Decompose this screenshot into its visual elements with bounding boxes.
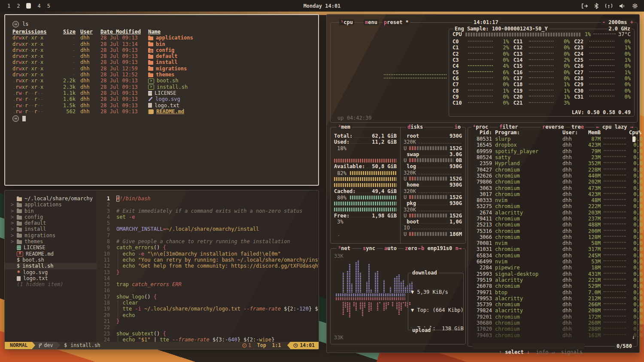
io-toggle[interactable]: io: [453, 124, 462, 130]
editor-window[interactable]: ~/.local/share/omarchy >applications>bin…: [4, 190, 319, 350]
volume-icon[interactable]: [619, 3, 626, 9]
process-row-79519[interactable]: 79519alacrittydhh221M0.0: [468, 277, 632, 283]
core-usage-graph: [468, 71, 493, 72]
info-button[interactable]: info: [536, 349, 549, 355]
settings-icon[interactable]: [632, 3, 638, 9]
tree-item-themes[interactable]: >themes: [5, 238, 97, 244]
proc-sort-selector[interactable]: ← cpu lazy →: [595, 124, 635, 130]
process-row-79411[interactable]: 79411chromiumdhh237M0.0: [468, 216, 632, 222]
disks-panel-title[interactable]: disks: [406, 124, 424, 130]
proc-tree-button[interactable]: tree: [570, 124, 585, 130]
process-row-17020[interactable]: 17020chromiumdhh288M0.0: [468, 326, 632, 332]
menu-button[interactable]: menu: [364, 19, 379, 25]
update-interval[interactable]: - 2000ms +: [601, 19, 635, 25]
tree-item-LICENSE[interactable]: LICENSE: [5, 244, 97, 250]
process-row-26078[interactable]: 26078chromiumdhh529M0.0: [468, 283, 632, 289]
tree-item-config[interactable]: >config: [5, 214, 97, 220]
process-row-3017[interactable]: 3017chromiumdhh423M0.0: [468, 191, 632, 197]
select-button[interactable]: select: [505, 349, 523, 355]
network-icon[interactable]: [605, 3, 613, 9]
process-row-25993[interactable]: 25993signal-desktopdhh431M0.0: [468, 271, 632, 277]
process-row-66499[interactable]: 66499nvimdhh53M0.0: [468, 259, 632, 265]
tree-item-migrations[interactable]: >migrations: [5, 232, 97, 238]
core-usage-pct: 1%: [556, 88, 570, 94]
book-icon: [148, 109, 154, 114]
tree-item-logo.txt[interactable]: logo.txt: [5, 275, 97, 281]
process-row-80531[interactable]: 80531slurpdhh87M0.0: [468, 136, 632, 142]
tree-item-logo.svg[interactable]: *logo.svg: [5, 269, 97, 275]
vim-mode-indicator: NORMAL: [5, 342, 32, 349]
process-row-16545[interactable]: 16545dropboxdhh423M0.0: [468, 142, 632, 148]
process-row-2284[interactable]: 2284pipewiredhh18M0.0: [468, 265, 632, 271]
tree-item-install.sh[interactable]: $install.sh: [5, 263, 97, 269]
proc-reverse-button[interactable]: reverse: [541, 124, 565, 130]
process-row-79806[interactable]: 79806chromiumdhh202M0.0: [468, 179, 632, 185]
logout-icon[interactable]: [581, 3, 588, 9]
process-mem-graph: [604, 316, 626, 317]
terminal-window[interactable]: → ls Permissions Size User Date Modified…: [4, 14, 319, 186]
code-editor[interactable]: 1#!/bin/bash23# Exit immediately if a co…: [97, 190, 319, 342]
tree-item-bin[interactable]: >bin: [5, 208, 97, 214]
process-row-79953[interactable]: 79953alacrittydhh212M0.0: [468, 296, 632, 302]
process-row-3066[interactable]: 3066chromiumdhh128M0.0: [468, 234, 632, 240]
workspace-1[interactable]: 1: [7, 3, 10, 9]
workspace-2[interactable]: 2: [17, 3, 20, 9]
net-sync-button[interactable]: sync: [361, 245, 377, 251]
mem-panel-title[interactable]: ²mem: [337, 124, 352, 130]
net-auto-button[interactable]: auto: [383, 245, 398, 251]
net-interface-selector[interactable]: ←b enp191s0 n→: [417, 245, 463, 251]
process-row-2359[interactable]: 2359Hyprlanddhh352M0.0: [468, 160, 632, 166]
process-row-79971[interactable]: 79971btopdhh7.0M0.0: [468, 289, 632, 295]
btop-window[interactable]: ¹cpu menu preset * 14:01:17 - 2000ms + u…: [326, 14, 640, 353]
process-row-31031[interactable]: 31031chromiumdhh317M0.0: [468, 246, 632, 252]
terminal-cursor: [22, 116, 26, 121]
tree-item-default[interactable]: >default: [5, 220, 97, 226]
process-row-70081[interactable]: 70081nvimdhh58M0.0: [468, 240, 632, 246]
process-row-30680[interactable]: 30680chromiumdhh260M0.0: [468, 320, 632, 326]
process-row-79201[interactable]: 79201chromiumdhh172M0.0: [468, 314, 632, 320]
process-row-79403[interactable]: 79403chromiumdhh161M0.0: [468, 332, 632, 338]
process-row-75316[interactable]: 75316chromiumdhh200M0.0: [468, 228, 632, 234]
cpu-temp: 37°C: [618, 31, 631, 37]
core-usage-graph: [589, 77, 614, 78]
process-row-69959[interactable]: 69959spotify_playerdhh79M0.0: [468, 148, 632, 154]
process-row-80333[interactable]: 80333nvimdhh48M0.0: [468, 197, 632, 203]
tree-item-README.md[interactable]: README.md: [5, 251, 97, 257]
tree-item-install[interactable]: >install: [5, 226, 97, 232]
tree-item-applications[interactable]: >applications: [5, 202, 97, 208]
signals-button[interactable]: signals: [561, 349, 583, 355]
bluetooth-icon[interactable]: [594, 3, 598, 9]
proc-filter-button[interactable]: filter: [498, 124, 519, 130]
process-row-25213[interactable]: 25213chromiumdhh488M0.0: [468, 222, 632, 228]
tree-root[interactable]: ~/.local/share/omarchy: [5, 196, 97, 202]
proc-scrollbar[interactable]: [632, 136, 635, 142]
workspace-5[interactable]: 5: [47, 3, 50, 9]
file-row-LICENSE: .rw-r--r--1.1kdhh28 Jul 09:13LICENSE: [12, 90, 318, 96]
cpu-total-label: CPU: [453, 31, 462, 37]
workspace-4[interactable]: 4: [37, 3, 40, 9]
tree-item-boot.sh[interactable]: $boot.sh: [5, 257, 97, 263]
scroll-down-icon[interactable]: ↓: [632, 334, 635, 340]
process-row-3063[interactable]: 3063chromiumdhh473M0.0: [468, 185, 632, 191]
process-row-32626[interactable]: 32626chromiumdhh440M0.0: [468, 173, 632, 179]
cpu-panel-title[interactable]: ¹cpu: [339, 19, 354, 25]
up-bar: [368, 302, 370, 312]
process-row-53275[interactable]: 53275chromiumdhh222M0.0: [468, 203, 632, 209]
system-tray: [581, 3, 644, 9]
process-row-70427[interactable]: 70427chromiumdhh228M0.0: [468, 166, 632, 172]
process-row-2674[interactable]: 2674alacrittydhh203M0.0: [468, 210, 632, 216]
proc-sort-col[interactable]: Cpu% ↑: [629, 130, 643, 136]
tree-item-label: migrations: [24, 232, 55, 238]
process-row-80524[interactable]: 80524sattydhh23M0.0: [468, 154, 632, 160]
process-row-65834[interactable]: 65834chromiumdhh245M0.0: [468, 253, 632, 259]
file-row-install: drwxr-xr-x-dhh28 Jul 09:13install: [12, 59, 318, 65]
proc-panel-title[interactable]: ⁴proc: [471, 124, 489, 130]
workspace-3[interactable]: [26, 3, 31, 9]
preset-button[interactable]: preset *: [383, 19, 410, 25]
process-row-79824[interactable]: 79824alacrittydhh208M0.0: [468, 308, 632, 314]
disk-io-home: 320K: [404, 188, 462, 194]
file-name: install: [156, 59, 178, 65]
net-zero-button[interactable]: zero: [404, 245, 419, 251]
net-panel-title[interactable]: ³net: [337, 245, 352, 251]
process-row-35739[interactable]: 35739chromiumdhh266M0.0: [468, 302, 632, 308]
